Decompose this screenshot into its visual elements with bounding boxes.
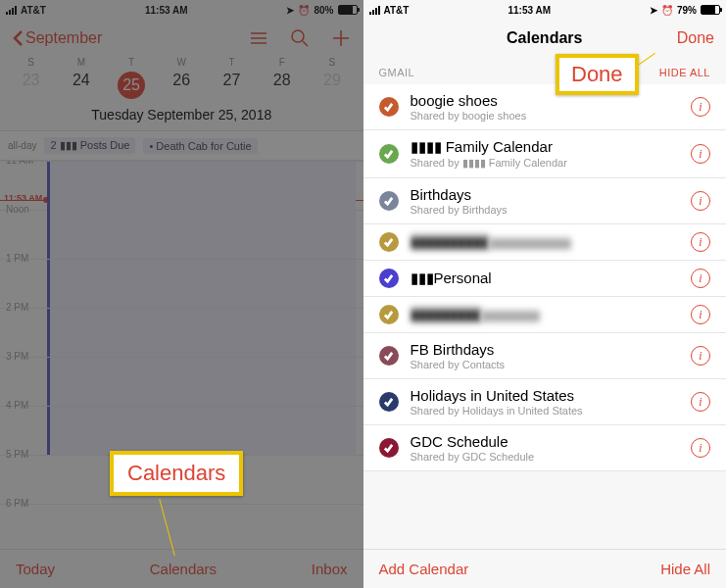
day-cell[interactable]: 27 xyxy=(207,72,257,99)
location-icon: ➤ xyxy=(650,5,657,16)
day-cell[interactable]: 25 xyxy=(106,72,156,99)
nav-bar: Calendars Done xyxy=(363,20,727,57)
calendar-text: BirthdaysShared by Birthdays xyxy=(411,186,680,216)
back-button[interactable]: September xyxy=(12,29,102,47)
check-icon[interactable] xyxy=(379,305,399,324)
calendar-text: ▮▮▮▮▮▮▮▮▮▮▮▮▮▮▮▮▮▮▮ xyxy=(411,306,680,323)
section-header: GMAIL HIDE ALL xyxy=(363,57,727,84)
info-icon[interactable]: i xyxy=(691,305,710,324)
list-view-icon[interactable] xyxy=(248,27,269,49)
today-button[interactable]: Today xyxy=(16,561,55,577)
calendar-sub: ▮▮▮▮▮▮▮▮▮▮ xyxy=(481,310,540,322)
week-row: 23242526272829 xyxy=(0,68,363,103)
calendar-text: FB BirthdaysShared by Contacts xyxy=(411,341,680,370)
signal-icon xyxy=(6,6,17,15)
nav-bar: September xyxy=(0,20,363,57)
check-icon[interactable] xyxy=(379,232,399,252)
battery-icon xyxy=(338,5,358,15)
calendar-list: boogie shoesShared by boogie shoesi▮▮▮▮ … xyxy=(363,84,727,471)
calendar-text: ▮▮▮▮▮▮▮▮▮▮▮▮▮▮▮▮▮▮▮▮▮▮▮▮ xyxy=(411,233,680,251)
hide-all-button[interactable]: HIDE ALL xyxy=(659,67,710,78)
calendar-name: Birthdays xyxy=(411,186,680,203)
allday-event[interactable]: 2 ▮▮▮ Posts Due xyxy=(44,137,135,154)
hide-all-button[interactable]: Hide All xyxy=(660,561,710,577)
day-cell[interactable]: 23 xyxy=(6,72,56,99)
calendar-text: boogie shoesShared by boogie shoes xyxy=(411,92,680,122)
calendar-name: ▮▮▮▮ Family Calendar xyxy=(411,138,680,156)
check-icon[interactable] xyxy=(379,346,399,366)
info-icon[interactable]: i xyxy=(691,144,710,164)
hour-label: 11 AM xyxy=(6,161,33,166)
svg-point-0 xyxy=(292,30,304,42)
search-icon[interactable] xyxy=(289,27,311,49)
check-icon[interactable] xyxy=(379,144,399,164)
calendar-sub: Shared by boogie shoes xyxy=(411,110,680,122)
day-cell[interactable]: 26 xyxy=(157,72,207,99)
calendar-text: Holidays in United StatesShared by Holid… xyxy=(411,387,680,416)
check-icon[interactable] xyxy=(379,191,399,211)
calendars-list-view: AT&T 11:53 AM ➤ ⏰ 79% Calendars Done GMA… xyxy=(363,0,727,588)
alarm-icon: ⏰ xyxy=(661,5,673,16)
calendar-row[interactable]: Holidays in United StatesShared by Holid… xyxy=(363,379,727,425)
hour-label: 6 PM xyxy=(6,498,28,509)
day-cell[interactable]: 28 xyxy=(257,72,307,99)
calendar-text: GDC ScheduleShared by GDC Schedule xyxy=(411,433,680,463)
hour-label: 3 PM xyxy=(6,351,28,362)
check-icon[interactable] xyxy=(379,438,399,458)
calendar-row[interactable]: boogie shoesShared by boogie shoesi xyxy=(363,84,727,130)
bottom-toolbar: Add Calendar Hide All xyxy=(363,549,727,588)
calendar-name: GDC Schedule xyxy=(411,433,680,450)
info-icon[interactable]: i xyxy=(691,269,710,288)
check-icon[interactable] xyxy=(379,269,399,288)
carrier: AT&T xyxy=(384,5,410,16)
check-icon[interactable] xyxy=(379,392,399,412)
inbox-button[interactable]: Inbox xyxy=(312,561,348,577)
battery-percent: 79% xyxy=(677,5,697,16)
calendar-sub: Shared by Holidays in United States xyxy=(411,405,680,416)
allday-event[interactable]: • Death Cab for Cutie xyxy=(143,138,257,154)
weekday: M xyxy=(56,57,106,68)
calendar-row[interactable]: ▮▮▮▮ Family CalendarShared by ▮▮▮▮ Famil… xyxy=(363,130,727,178)
calendar-row[interactable]: ▮▮▮▮▮▮▮▮▮▮▮▮▮▮▮▮▮▮▮i xyxy=(363,297,727,333)
status-bar: AT&T 11:53 AM ➤ ⏰ 79% xyxy=(363,0,727,20)
calendars-button[interactable]: Calendars xyxy=(150,561,217,577)
info-icon[interactable]: i xyxy=(691,97,710,117)
calendar-text: ▮▮▮Personal xyxy=(411,270,680,287)
full-date: Tuesday September 25, 2018 xyxy=(0,103,363,131)
weekday: W xyxy=(157,57,207,68)
calendar-day-view: AT&T 11:53 AM ➤ ⏰ 80% September SMTWTFS … xyxy=(0,0,363,588)
info-icon[interactable]: i xyxy=(691,191,710,211)
info-icon[interactable]: i xyxy=(691,438,710,458)
page-title: Calendars xyxy=(507,29,582,47)
back-label: September xyxy=(25,29,102,47)
info-icon[interactable]: i xyxy=(691,346,710,366)
calendar-sub: Shared by GDC Schedule xyxy=(411,451,680,463)
calendar-row[interactable]: GDC ScheduleShared by GDC Schedulei xyxy=(363,425,727,471)
callout-calendars: Calendars xyxy=(110,451,243,496)
hour-label: 5 PM xyxy=(6,449,28,460)
weekday: T xyxy=(106,57,156,68)
location-icon: ➤ xyxy=(286,5,294,16)
calendar-row[interactable]: ▮▮▮▮▮▮▮▮▮▮▮▮▮▮▮▮▮▮▮▮▮▮▮▮i xyxy=(363,224,727,261)
weekday: S xyxy=(307,57,357,68)
day-cell[interactable]: 24 xyxy=(56,72,106,99)
add-icon[interactable] xyxy=(330,27,352,49)
info-icon[interactable]: i xyxy=(691,232,710,252)
add-calendar-button[interactable]: Add Calendar xyxy=(379,561,469,577)
calendar-sub: Shared by Birthdays xyxy=(411,204,680,216)
calendar-row[interactable]: ▮▮▮Personali xyxy=(363,261,727,297)
info-icon[interactable]: i xyxy=(691,392,710,412)
check-icon[interactable] xyxy=(379,97,399,117)
calendar-name: ▮▮▮▮▮▮▮▮▮ xyxy=(411,306,481,323)
calendar-name: ▮▮▮▮▮▮▮▮▮▮ xyxy=(411,233,489,251)
status-bar: AT&T 11:53 AM ➤ ⏰ 80% xyxy=(0,0,363,20)
day-cell[interactable]: 29 xyxy=(307,72,357,99)
calendar-text: ▮▮▮▮ Family CalendarShared by ▮▮▮▮ Famil… xyxy=(411,138,680,170)
calendar-sub: ▮▮▮▮▮▮▮▮▮▮▮▮▮▮ xyxy=(489,237,571,250)
weekday: T xyxy=(207,57,257,68)
weekday: F xyxy=(257,57,307,68)
done-button[interactable]: Done xyxy=(677,29,714,47)
calendar-row[interactable]: FB BirthdaysShared by Contactsi xyxy=(363,333,727,379)
calendar-row[interactable]: BirthdaysShared by Birthdaysi xyxy=(363,178,727,224)
callout-done: Done xyxy=(556,54,639,95)
